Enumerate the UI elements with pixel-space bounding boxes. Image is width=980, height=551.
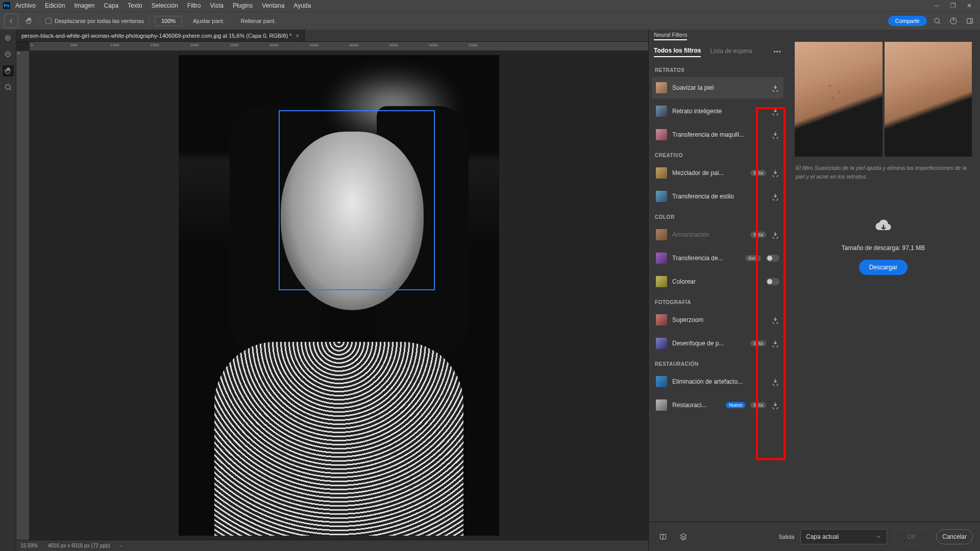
canvas[interactable] <box>30 51 648 540</box>
download-icon[interactable] <box>771 192 779 201</box>
filter-thumb-icon <box>656 129 667 140</box>
document-area: person-black-and-white-girl-woman-white-… <box>16 30 648 551</box>
scroll-all-windows-checkbox[interactable]: Desplazarse por todas las ventanas <box>45 18 144 24</box>
download-icon[interactable] <box>771 169 779 177</box>
document-tab-bar: person-black-and-white-girl-woman-white-… <box>16 30 648 42</box>
hand-icon <box>4 67 12 75</box>
workspace-switch-button[interactable] <box>964 15 976 27</box>
download-icon[interactable] <box>771 131 779 139</box>
filter-thumb-icon <box>656 314 667 325</box>
filter-thumb-icon <box>656 338 667 349</box>
chevron-down-icon <box>875 534 881 540</box>
filter-description: El filtro Suavizado de la piel ajusta y … <box>795 164 972 196</box>
menu-ventana[interactable]: Ventana <box>258 1 288 11</box>
panel-title-bar: Neural Filters <box>649 30 980 42</box>
svg-point-0 <box>935 18 939 22</box>
output-label: Salida <box>778 534 794 540</box>
filter-restauracion-fotos[interactable]: Restauraci... Nuevo Beta <box>652 394 783 416</box>
status-zoom: 15.59% <box>20 543 38 548</box>
filter-desenfoque-profundidad[interactable]: Desenfoque de p... Beta <box>652 333 783 354</box>
filter-eliminacion-artefactos[interactable]: Eliminación de artefacto... <box>652 371 783 392</box>
menu-imagen[interactable]: Imagen <box>70 1 99 11</box>
close-tab-icon[interactable]: × <box>296 33 299 39</box>
download-icon[interactable] <box>771 401 779 409</box>
window-restore-icon[interactable]: ❐ <box>945 1 961 10</box>
share-button[interactable]: Compartir <box>888 16 927 26</box>
filter-transferencia-maquillaje[interactable]: Transferencia de maquill... <box>652 124 783 145</box>
status-bar: 15.59% 4016 px x 6016 px (72 ppp) › <box>16 540 648 551</box>
help-button[interactable] <box>947 15 960 27</box>
menu-capa[interactable]: Capa <box>100 1 122 11</box>
zoom-in-icon <box>4 34 12 42</box>
menu-seleccion[interactable]: Selección <box>148 1 182 11</box>
home-back-button[interactable] <box>4 14 18 28</box>
more-options-icon[interactable]: ••• <box>773 48 781 56</box>
filter-mezclador-paisajes[interactable]: Mezclador de pai... Beta <box>652 162 783 184</box>
document-tab[interactable]: person-black-and-white-girl-woman-white-… <box>16 30 305 41</box>
filter-thumb-icon <box>656 106 667 117</box>
scroll-all-label: Desplazarse por todas las ventanas <box>55 18 144 24</box>
zoom-in-tool[interactable] <box>3 33 14 44</box>
window-minimize-icon[interactable]: ─ <box>929 1 944 10</box>
filter-transferencia-color[interactable]: Transferencia de... Beta <box>652 247 783 269</box>
menu-ayuda[interactable]: Ayuda <box>289 1 315 11</box>
menu-edicion[interactable]: Edición <box>41 1 69 11</box>
nuevo-badge: Nuevo <box>726 402 745 408</box>
hand-tool[interactable] <box>3 65 14 77</box>
category-fotografia: FOTOGRAFÍA <box>649 293 787 308</box>
output-select[interactable]: Capa actual <box>800 529 887 544</box>
options-bar: Desplazarse por todas las ventanas 100% … <box>0 11 980 30</box>
panels-icon <box>966 17 974 25</box>
output-value: Capa actual <box>806 533 839 540</box>
help-icon <box>949 17 958 25</box>
menu-plugins[interactable]: Plugins <box>229 1 257 11</box>
toggle-switch[interactable] <box>766 278 779 285</box>
download-size-label: Tamaño de descarga: 97,1 MB <box>842 244 925 252</box>
filter-transferencia-estilo[interactable]: Transferencia de estilo <box>652 186 783 207</box>
fit-screen-button[interactable]: Ajustar pant. <box>187 15 230 27</box>
toggle-switch[interactable] <box>766 255 779 262</box>
fill-screen-button[interactable]: Rellenar pant. <box>235 15 282 27</box>
filter-armonizacion[interactable]: Armonización Beta <box>652 224 783 245</box>
filter-thumb-icon <box>656 82 667 93</box>
search-button[interactable] <box>931 15 943 27</box>
svg-point-5 <box>5 85 10 89</box>
cancel-button[interactable]: Cancelar <box>936 529 973 544</box>
download-icon[interactable] <box>771 316 779 324</box>
zoom-tool[interactable] <box>3 82 14 93</box>
menu-texto[interactable]: Texto <box>124 1 146 11</box>
category-color: COLOR <box>649 208 787 223</box>
menu-vista[interactable]: Vista <box>206 1 227 11</box>
filter-thumb-icon <box>656 399 667 411</box>
hand-icon <box>25 17 33 25</box>
tab-waitlist[interactable]: Lista de espera <box>710 47 752 57</box>
current-tool-preview[interactable] <box>23 15 35 27</box>
zoom-out-tool[interactable] <box>3 49 14 60</box>
filter-retrato-inteligente[interactable]: Retrato inteligente <box>652 101 783 122</box>
download-icon[interactable] <box>771 84 779 92</box>
filter-tabs: Todos los filtros Lista de espera ••• <box>649 42 787 61</box>
window-close-icon[interactable]: ✕ <box>962 1 977 10</box>
menu-filtro[interactable]: Filtro <box>183 1 205 11</box>
category-restauracion: RESTAURACIÓN <box>649 355 787 370</box>
menu-archivo[interactable]: Archivo <box>11 1 40 11</box>
ruler-horizontal: 0 500 1000 1500 2000 2500 3000 3500 4000… <box>30 42 648 51</box>
before-after-toggle-icon[interactable] <box>656 530 670 544</box>
download-icon[interactable] <box>771 107 779 115</box>
category-creativo: CREATIVO <box>649 146 787 161</box>
filter-thumb-icon <box>656 276 667 287</box>
filter-thumb-icon <box>656 253 667 264</box>
filter-thumb-icon <box>656 167 667 179</box>
download-icon[interactable] <box>771 339 779 347</box>
status-dimensions: 4016 px x 6016 px (72 ppp) <box>48 543 110 548</box>
layers-icon[interactable] <box>676 530 691 544</box>
filter-thumb-icon <box>656 376 667 387</box>
download-button[interactable]: Descargar <box>859 260 908 275</box>
tab-all-filters[interactable]: Todos los filtros <box>654 47 701 57</box>
zoom-100-button[interactable]: 100% <box>155 16 182 26</box>
download-icon[interactable] <box>771 378 779 386</box>
filter-colorear[interactable]: Colorear <box>652 271 783 292</box>
filter-suavizar-piel[interactable]: Suavizar la piel <box>652 77 783 98</box>
filter-superzoom[interactable]: Superzoom <box>652 309 783 331</box>
download-icon[interactable] <box>771 231 779 239</box>
